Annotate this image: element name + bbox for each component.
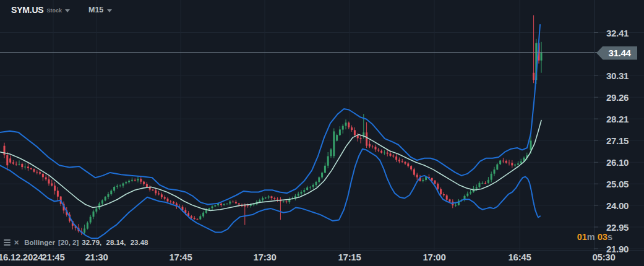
price-axis-label: 27.15: [606, 135, 629, 146]
countdown-minutes-unit: m: [587, 232, 595, 242]
instrument-type-label: Stock: [46, 7, 62, 14]
price-axis-label: 29.26: [606, 92, 629, 103]
time-axis-label: 16:45: [509, 252, 531, 262]
current-price-value: 31.44: [608, 48, 630, 58]
trading-chart-window: SYM.US Stock M15 32.4130.3129.2628.2127.…: [0, 0, 644, 266]
countdown-seconds: 03: [598, 232, 608, 242]
price-axis-label: 32.41: [606, 27, 629, 38]
price-chart[interactable]: [0, 0, 644, 266]
symbol-selector[interactable]: SYM.US Stock: [11, 5, 70, 15]
chevron-down-icon: [107, 9, 112, 12]
countdown-minutes: 01: [577, 232, 587, 242]
price-axis-label: 25.05: [606, 179, 629, 189]
time-axis-label: 17:00: [423, 252, 446, 262]
indicator-values: 32.79, 28.14, 23.48: [82, 239, 148, 246]
time-axis-label: 17:45: [170, 252, 192, 262]
time-axis-label: 17:30: [254, 252, 277, 262]
candle-countdown: 01m 03s: [577, 232, 612, 242]
price-axis-label: 22.95: [606, 222, 629, 233]
chevron-down-icon: [65, 9, 70, 12]
countdown-seconds-unit: s: [608, 232, 612, 242]
time-axis-label: 17:15: [338, 252, 361, 262]
price-axis-label: 24.00: [606, 200, 629, 211]
time-axis-label: 21:45: [42, 252, 65, 262]
indicator-remove-icon[interactable]: ✕: [14, 239, 19, 246]
symbol-label: SYM.US: [11, 5, 43, 15]
timeframe-label: M15: [88, 6, 103, 14]
price-axis-label: 26.10: [606, 157, 629, 168]
time-axis-label: 16.12.2024: [0, 252, 43, 262]
indicator-name[interactable]: Bollinger: [24, 239, 55, 246]
timeframe-selector[interactable]: M15: [88, 6, 112, 14]
time-axis-label: 21:30: [85, 252, 108, 262]
current-price-tag: 31.44: [596, 46, 637, 60]
price-axis-label: 28.21: [606, 114, 629, 124]
indicator-row: ✕ Bollinger [20, 2] 32.79, 28.14, 23.48: [4, 238, 148, 247]
time-axis-label: 05:30: [593, 252, 616, 262]
indicator-settings-icon[interactable]: [4, 239, 11, 246]
indicator-params: [20, 2]: [58, 239, 79, 246]
price-axis-label: 30.31: [606, 71, 629, 81]
